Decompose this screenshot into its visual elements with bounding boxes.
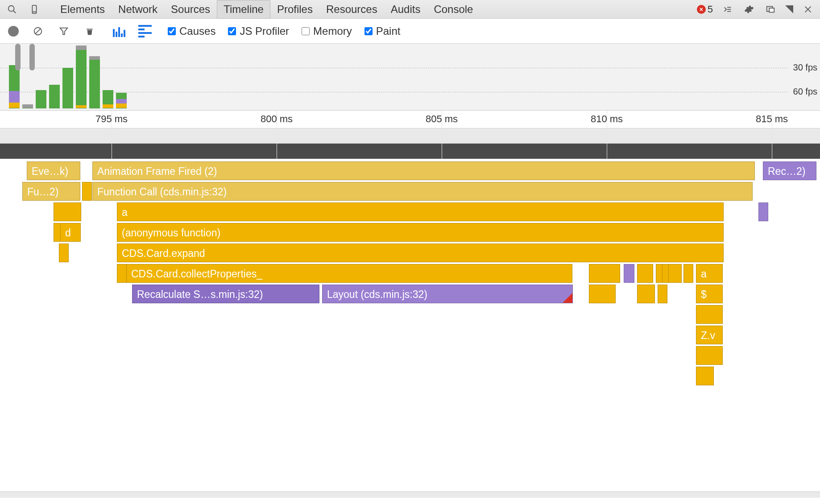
tab-audits[interactable]: Audits (384, 0, 427, 19)
checkbox-memory[interactable]: Memory (302, 25, 352, 37)
ruler-tick: 805 ms (426, 113, 458, 125)
panel-tabs: ElementsNetworkSourcesTimelineProfilesRe… (54, 0, 480, 19)
svg-marker-14 (60, 28, 68, 34)
overview-handle-right[interactable] (29, 44, 35, 70)
overview-bar (76, 46, 87, 108)
ruler-tick: 800 ms (261, 113, 293, 125)
overview-bar (103, 91, 113, 108)
fps-label-60: 60 fps (793, 87, 817, 97)
ruler-strip-grey (0, 128, 820, 144)
overview-bar (22, 105, 33, 108)
time-ruler[interactable]: 795 ms800 ms805 ms810 ms815 ms (0, 111, 820, 128)
svg-point-0 (8, 5, 14, 11)
checkbox-input[interactable] (168, 27, 176, 35)
tab-sources[interactable]: Sources (164, 0, 217, 19)
checkbox-input[interactable] (364, 27, 373, 35)
tab-elements[interactable]: Elements (54, 0, 112, 19)
flame-block[interactable]: Fu…2) (22, 182, 80, 201)
overview-bar (89, 57, 100, 108)
flame-block[interactable] (696, 367, 714, 385)
svg-line-1 (13, 10, 16, 13)
tab-console[interactable]: Console (427, 0, 480, 19)
ruler-strip-dark (0, 144, 820, 159)
flame-block[interactable] (696, 305, 723, 324)
flame-block[interactable]: Z.v (696, 326, 723, 344)
svg-marker-9 (785, 5, 793, 13)
checkbox-paint[interactable]: Paint (364, 25, 401, 37)
flame-block[interactable]: d (60, 223, 81, 242)
record-button[interactable] (8, 26, 19, 37)
flame-block[interactable]: (anonymous function) (117, 223, 724, 242)
dock-icon[interactable] (764, 3, 777, 16)
checkbox-input[interactable] (228, 27, 236, 35)
flame-block[interactable]: Eve…k) (27, 161, 80, 180)
timeline-toolbar: CausesJS ProfilerMemoryPaint (0, 19, 820, 44)
overview-bar (36, 91, 46, 108)
flame-block[interactable]: a (117, 202, 724, 221)
tab-resources[interactable]: Resources (319, 0, 384, 19)
flame-block[interactable] (624, 264, 634, 283)
close-icon[interactable] (801, 3, 815, 16)
tab-network[interactable]: Network (112, 0, 164, 19)
ruler-tick: 815 ms (756, 113, 788, 125)
flame-block[interactable] (117, 264, 127, 283)
flame-block[interactable]: CDS.Card.collectProperties_ (126, 264, 572, 283)
overview-handle-left[interactable] (15, 44, 21, 70)
flame-block[interactable]: Layout (cds.min.js:32) (322, 285, 573, 303)
view-bars-icon[interactable] (112, 25, 126, 37)
timeline-overview[interactable]: 30 fps 60 fps (0, 44, 820, 111)
overview-bar (116, 93, 127, 108)
horizontal-scrollbar[interactable] (0, 492, 820, 498)
overview-bar (9, 66, 20, 108)
flame-block[interactable] (637, 264, 653, 283)
checkbox-js-profiler[interactable]: JS Profiler (228, 25, 289, 37)
flame-block[interactable]: Rec…2) (763, 161, 816, 180)
flame-block[interactable]: CDS.Card.expand (117, 244, 724, 262)
flame-block[interactable] (637, 285, 655, 303)
flame-block[interactable]: Animation Frame Fired (2) (92, 161, 755, 180)
flame-block[interactable] (668, 264, 682, 283)
flame-block[interactable] (589, 285, 616, 303)
checkbox-causes[interactable]: Causes (168, 25, 215, 37)
device-icon[interactable] (28, 3, 41, 16)
flame-block[interactable]: Function Call (cds.min.js:32) (92, 182, 753, 201)
garbage-collect-icon[interactable] (83, 25, 96, 38)
svg-rect-8 (769, 8, 774, 12)
ruler-tick: 795 ms (95, 113, 128, 125)
flame-block[interactable] (683, 264, 693, 283)
checkbox-label: Causes (179, 25, 215, 37)
tab-profiles[interactable]: Profiles (270, 0, 319, 19)
checkbox-label: Paint (376, 25, 401, 37)
checkbox-label: JS Profiler (240, 25, 289, 37)
checkbox-label: Memory (313, 25, 352, 37)
flame-block[interactable] (54, 202, 81, 221)
flame-block[interactable] (658, 285, 667, 303)
clear-icon[interactable] (31, 25, 45, 38)
settings-gear-icon[interactable] (742, 3, 756, 16)
filter-icon[interactable] (57, 25, 70, 38)
fps-label-30: 30 fps (793, 62, 817, 73)
checkbox-input[interactable] (302, 27, 310, 35)
view-flame-icon[interactable] (138, 25, 152, 37)
tab-timeline[interactable]: Timeline (217, 0, 270, 19)
error-count-badge[interactable]: × 5 (697, 4, 713, 15)
ruler-tick: 810 ms (591, 113, 623, 125)
flame-block[interactable] (758, 202, 768, 221)
flame-block[interactable]: $ (696, 285, 723, 303)
overview-bar (49, 85, 60, 108)
svg-line-13 (35, 28, 41, 34)
flame-block[interactable]: Recalculate S…s.min.js:32) (132, 285, 319, 303)
error-count: 5 (708, 4, 713, 15)
devtools-tabs-bar: ElementsNetworkSourcesTimelineProfilesRe… (0, 0, 820, 19)
error-icon: × (697, 5, 706, 14)
flame-block[interactable] (59, 244, 69, 262)
dock-menu-chevron-icon[interactable] (785, 3, 793, 16)
flame-block[interactable] (589, 264, 620, 283)
console-toggle-icon[interactable] (721, 3, 734, 16)
flame-block[interactable] (82, 182, 92, 201)
flame-block[interactable] (696, 346, 723, 365)
search-icon[interactable] (5, 3, 19, 16)
overview-bar (62, 68, 73, 108)
flame-block[interactable]: a (696, 264, 723, 283)
flame-chart[interactable]: Eve…k)Animation Frame Fired (2)Rec…2)Fu…… (0, 159, 820, 498)
